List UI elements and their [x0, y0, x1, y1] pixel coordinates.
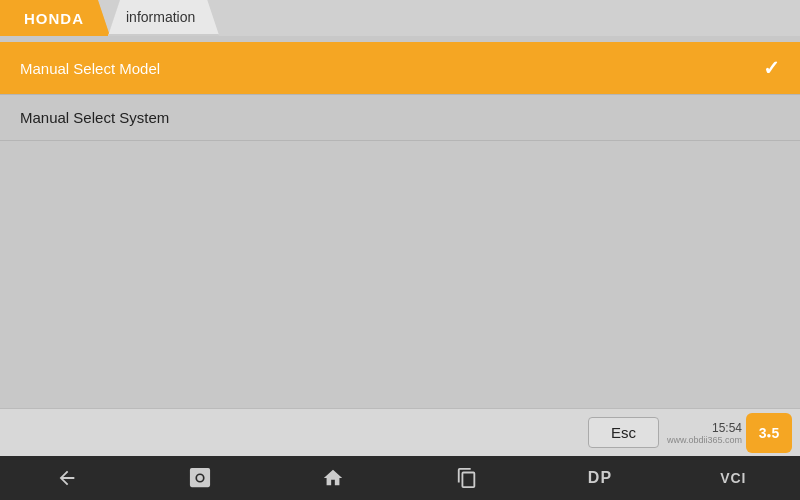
list-item-manual-select-system[interactable]: Manual Select System [0, 95, 800, 141]
esc-button[interactable]: Esc [588, 417, 659, 448]
copy-icon[interactable] [445, 456, 489, 500]
information-tab-label: information [126, 9, 195, 25]
tab-information[interactable]: information [108, 0, 219, 36]
time-display: 15:54 [712, 421, 742, 435]
tab-honda[interactable]: HONDA [0, 0, 110, 36]
vci-label: VCI [720, 470, 746, 486]
nav-bar: DP VCI [0, 456, 800, 500]
website-label: www.obdii365.com [667, 435, 742, 445]
honda-tab-label: HONDA [24, 10, 84, 27]
checkmark-icon: ✓ [763, 56, 780, 80]
vci-icon[interactable]: VCI [711, 456, 755, 500]
bottom-toolbar: Esc 15:54 www.obdii365.com 3●5 [0, 408, 800, 456]
manual-select-system-label: Manual Select System [20, 109, 169, 126]
list-item-manual-select-model[interactable]: Manual Select Model ✓ [0, 42, 800, 95]
logo-text: 3●5 [759, 426, 779, 440]
tab-bar: HONDA information [0, 0, 800, 36]
camera-icon[interactable] [178, 456, 222, 500]
dp-icon[interactable]: DP [578, 456, 622, 500]
dp-label: DP [588, 469, 612, 487]
home-icon[interactable] [311, 456, 355, 500]
logo-badge: 3●5 [746, 413, 792, 453]
manual-select-model-label: Manual Select Model [20, 60, 160, 77]
back-arrow-icon[interactable] [45, 456, 89, 500]
bottom-right-info: 15:54 www.obdii365.com [667, 421, 742, 445]
main-content: Manual Select Model ✓ Manual Select Syst… [0, 36, 800, 408]
